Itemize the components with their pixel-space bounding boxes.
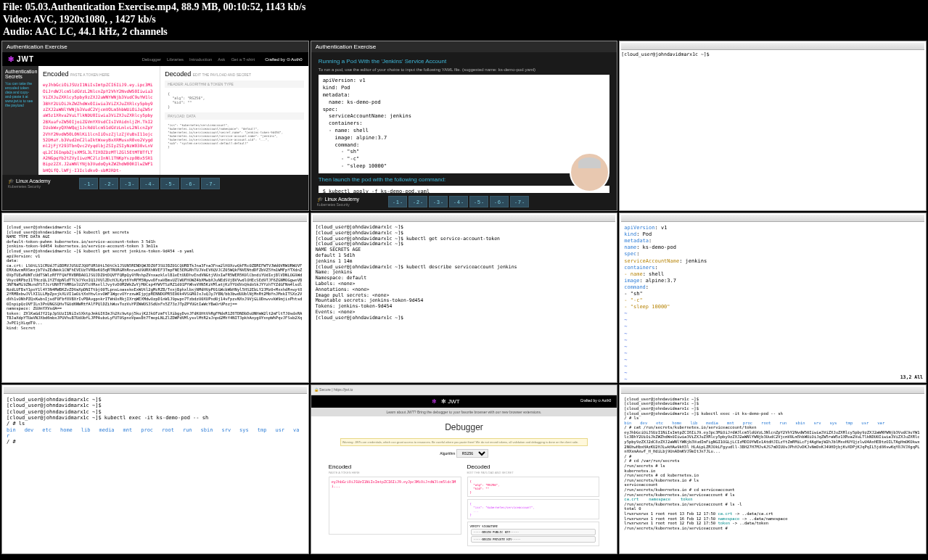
footer: 🎓 Linux AcademyKubernetes Security - 1 -… xyxy=(2,175,308,192)
browser-bar[interactable]: 🔒 Secure | https://jwt.io xyxy=(311,385,617,395)
encoded-panel[interactable]: EncodedPASTE A TOKEN HERE eyJhbGciOiJSUz… xyxy=(326,461,464,549)
encoded-panel[interactable]: Encoded PASTE A TOKEN HERE eyJhbGciOiJSU… xyxy=(38,66,160,175)
jwt-header: ✻ ✻ JWT Crafted by ⊙ Auth0 xyxy=(311,395,617,408)
frame-4-terminal-secrets[interactable]: [cloud_user@johndavidmarx1c ~]$[cloud_us… xyxy=(1,213,309,383)
frame-8-jwt-browser: 🔒 Secure | https://jwt.io ✻ ✻ JWT Crafte… xyxy=(311,384,618,555)
decoded-panel: Decoded EDIT THE PAYLOAD AND SECRET HEAD… xyxy=(160,66,308,175)
pager[interactable]: - 1 -- 2 -- 3 -- 4 -- 5 -- 6 -- 7 - xyxy=(79,178,220,189)
jwt-nav[interactable]: DebuggerLibrariesIntroductionAskGet a T-… xyxy=(139,57,258,62)
frame-6-vim-editor[interactable]: apiVersion: v1kind: Podmetadata: name: k… xyxy=(619,213,927,383)
jwt-header: ✻JWT DebuggerLibrariesIntroductionAskGet… xyxy=(2,52,308,66)
frame-3-terminal-empty[interactable]: [cloud_user@johndavidmarx1c ~]$ xyxy=(619,41,927,211)
algo-select[interactable]: RS256 xyxy=(456,449,488,458)
frame-9-terminal-secrets-path[interactable]: [cloud_user@johndavidmarx1c ~]$[cloud_us… xyxy=(619,384,927,555)
jwt-logo-icon: ✻ xyxy=(8,55,15,63)
pager[interactable]: - 1 -- 2 -- 3 -- 4 -- 5 -- 6 -- 7 - xyxy=(388,196,529,207)
frame-2-pod-yaml: Authentication Exercise Running a Pod Wi… xyxy=(311,41,618,211)
thumbnail-grid: Authentication Exercise ✻JWT DebuggerLib… xyxy=(0,39,928,556)
yaml-block: apiVersion: v1 kind: Pod metadata: name:… xyxy=(319,75,610,173)
frame-1-jwt-debugger: Authentication Exercise ✻JWT DebuggerLib… xyxy=(1,41,309,211)
file-info: File: 05.03.Authentication Exercise.mp4,… xyxy=(0,0,928,39)
sidebar: Authentication Secrets You can take the … xyxy=(2,66,38,175)
decoded-panel[interactable]: DecodedEDIT THE PAYLOAD AND SECRET { "al… xyxy=(464,461,603,549)
frame-5-terminal-describe[interactable]: [cloud_user@johndavidmarx1c ~]$[cloud_us… xyxy=(311,213,618,383)
slide-title: Authentication Exercise xyxy=(2,41,308,52)
frame-7-terminal-exec[interactable]: [cloud_user@johndavidmarx1c ~]$[cloud_us… xyxy=(1,384,309,555)
presenter-face xyxy=(570,152,609,192)
